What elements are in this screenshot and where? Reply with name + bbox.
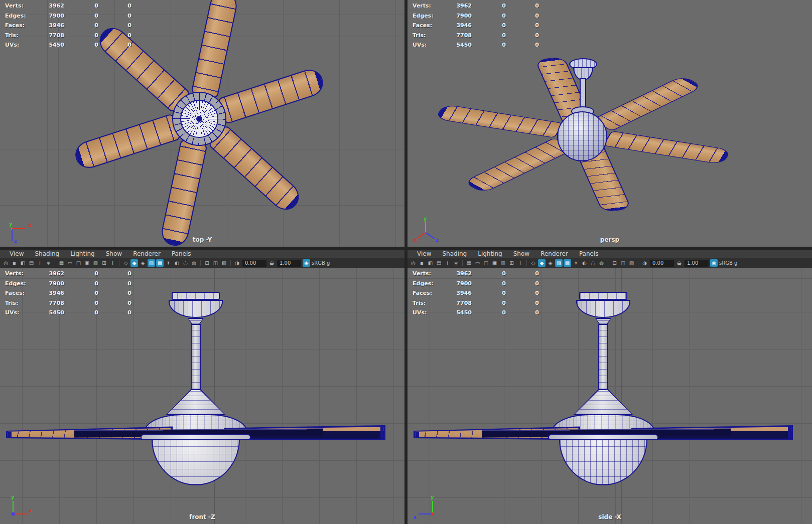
resolution-gate-icon[interactable]: □ bbox=[75, 259, 82, 267]
isolate-select-icon[interactable]: ⊡ bbox=[203, 259, 211, 267]
lights-icon[interactable]: ☀ bbox=[572, 259, 580, 267]
viewport-panel-front[interactable]: ViewShadingLightingShowRendererPanels ◎▪… bbox=[0, 250, 404, 524]
stats-label: Verts: bbox=[5, 270, 24, 277]
stats-value: 0 bbox=[486, 32, 506, 39]
grid-toggle-icon[interactable]: ▦ bbox=[58, 259, 65, 267]
gate-mask-icon[interactable]: ▣ bbox=[83, 259, 91, 267]
menu-show[interactable]: Show bbox=[508, 250, 535, 257]
gate-mask-icon[interactable]: ▣ bbox=[491, 259, 498, 267]
gamma-field[interactable]: 1.00 bbox=[277, 260, 301, 267]
menu-renderer[interactable]: Renderer bbox=[127, 250, 166, 257]
motion-blur-icon[interactable]: ◍ bbox=[190, 259, 198, 267]
wireframe-icon[interactable]: ◇ bbox=[122, 259, 129, 267]
viewport-top-canvas[interactable]: Verts:396200Edges:790000Faces:394600Tris… bbox=[0, 0, 404, 247]
wireframe-on-shaded-icon[interactable]: ◈ bbox=[139, 259, 147, 267]
stats-row: Faces:394600 bbox=[408, 289, 543, 299]
stats-label: Verts: bbox=[413, 270, 431, 277]
ambient-occlusion-icon[interactable]: ◌ bbox=[182, 259, 189, 267]
menu-view[interactable]: View bbox=[4, 250, 29, 257]
safe-action-icon[interactable]: ⊞ bbox=[100, 259, 108, 267]
motion-blur-icon[interactable]: ◍ bbox=[598, 259, 605, 267]
lights-icon[interactable]: ☀ bbox=[165, 259, 172, 267]
menu-view[interactable]: View bbox=[412, 250, 437, 257]
exposure-icon[interactable]: ◑ bbox=[233, 259, 241, 267]
stats-value: 3962 bbox=[29, 3, 64, 9]
axis-triad-persp: y x z bbox=[413, 216, 443, 244]
camera-bookmark-icon[interactable]: ◧ bbox=[19, 259, 27, 267]
smooth-shade-icon[interactable]: ◆ bbox=[538, 259, 546, 267]
stats-label: Faces: bbox=[5, 22, 25, 29]
viewport-panel-persp[interactable]: Verts:396200Edges:790000Faces:394600Tris… bbox=[408, 0, 812, 247]
lock-camera-icon[interactable]: ▪ bbox=[418, 259, 426, 267]
camera-bookmark-icon[interactable]: ◧ bbox=[427, 259, 434, 267]
lock-camera-icon[interactable]: ▪ bbox=[11, 259, 18, 267]
xray-icon[interactable]: ◫ bbox=[212, 259, 219, 267]
smooth-shade-icon[interactable]: ◆ bbox=[130, 259, 138, 267]
wireframe-icon[interactable]: ◇ bbox=[529, 259, 537, 267]
plane-toggle-icon[interactable]: ▧ bbox=[220, 259, 228, 267]
stats-value: 0 bbox=[519, 32, 539, 39]
shadows-icon[interactable]: ◐ bbox=[173, 259, 181, 267]
gamma-icon[interactable]: ◒ bbox=[675, 259, 683, 267]
resolution-gate-icon[interactable]: □ bbox=[482, 259, 490, 267]
plane-toggle-icon[interactable]: ▧ bbox=[628, 259, 635, 267]
image-plane-icon[interactable]: ▤ bbox=[435, 259, 443, 267]
menu-show[interactable]: Show bbox=[100, 250, 127, 257]
isolate-select-icon[interactable]: ⊡ bbox=[611, 259, 618, 267]
2d-pan-zoom-icon[interactable]: + bbox=[36, 259, 44, 267]
stats-row: Verts:396200 bbox=[408, 2, 543, 12]
viewport-label: side -X bbox=[408, 513, 812, 520]
field-chart-icon[interactable]: ▥ bbox=[92, 259, 99, 267]
wireframe-on-shaded-icon[interactable]: ◈ bbox=[547, 259, 554, 267]
2d-pan-zoom-icon[interactable]: + bbox=[444, 259, 451, 267]
stats-value: 3946 bbox=[29, 22, 64, 29]
shadows-icon[interactable]: ◐ bbox=[581, 259, 588, 267]
viewport-persp-canvas[interactable]: Verts:396200Edges:790000Faces:394600Tris… bbox=[408, 0, 812, 247]
xray-icon[interactable]: ◫ bbox=[619, 259, 627, 267]
stats-value: 0 bbox=[111, 290, 131, 296]
menu-shading[interactable]: Shading bbox=[437, 250, 472, 257]
use-default-material-icon[interactable]: ▩ bbox=[156, 259, 164, 267]
exposure-icon[interactable]: ◑ bbox=[641, 259, 648, 267]
svg-text:y: y bbox=[424, 216, 427, 222]
safe-action-icon[interactable]: ⊞ bbox=[508, 259, 515, 267]
menu-panels[interactable]: Panels bbox=[574, 250, 604, 257]
stats-row: Tris:770800 bbox=[0, 31, 136, 41]
safe-title-icon[interactable]: T bbox=[516, 259, 524, 267]
menu-lighting[interactable]: Lighting bbox=[65, 250, 100, 257]
viewport-front-canvas[interactable]: Verts:396200Edges:790000Faces:394600Tris… bbox=[0, 268, 404, 524]
ambient-occlusion-icon[interactable]: ◌ bbox=[589, 259, 597, 267]
select-camera-icon[interactable]: ◎ bbox=[2, 259, 10, 267]
colorspace-label: sRGB g bbox=[312, 260, 330, 266]
paint-select-icon[interactable]: ∗ bbox=[452, 259, 460, 267]
textured-icon[interactable]: ▨ bbox=[148, 259, 155, 267]
viewport-side-canvas[interactable]: Verts:396200Edges:790000Faces:394600Tris… bbox=[408, 268, 812, 524]
grid-toggle-icon[interactable]: ▦ bbox=[465, 259, 473, 267]
safe-title-icon[interactable]: T bbox=[109, 259, 116, 267]
film-gate-icon[interactable]: ▭ bbox=[474, 259, 481, 267]
exposure-field[interactable]: 0.00 bbox=[650, 260, 674, 267]
viewport-panel-top[interactable]: Verts:396200Edges:790000Faces:394600Tris… bbox=[0, 0, 404, 247]
textured-icon[interactable]: ▨ bbox=[555, 259, 563, 267]
field-chart-icon[interactable]: ▥ bbox=[499, 259, 507, 267]
select-camera-icon[interactable]: ◎ bbox=[410, 259, 417, 267]
use-default-material-icon[interactable]: ▩ bbox=[564, 259, 571, 267]
stats-label: Verts: bbox=[5, 3, 24, 9]
srgb-gamma-icon[interactable]: ◉ bbox=[710, 259, 718, 267]
gamma-field[interactable]: 1.00 bbox=[685, 260, 709, 267]
film-gate-icon[interactable]: ▭ bbox=[66, 259, 74, 267]
image-plane-icon[interactable]: ▤ bbox=[28, 259, 35, 267]
paint-select-icon[interactable]: ∗ bbox=[45, 259, 52, 267]
stats-label: Tris: bbox=[5, 32, 18, 39]
menu-shading[interactable]: Shading bbox=[29, 250, 65, 257]
viewport-panel-side[interactable]: ViewShadingLightingShowRendererPanels ◎▪… bbox=[408, 250, 812, 524]
svg-text:y: y bbox=[9, 221, 13, 227]
srgb-gamma-icon[interactable]: ◉ bbox=[303, 259, 310, 267]
menu-panels[interactable]: Panels bbox=[166, 250, 197, 257]
exposure-field[interactable]: 0.00 bbox=[242, 260, 266, 267]
menu-lighting[interactable]: Lighting bbox=[472, 250, 508, 257]
menu-renderer[interactable]: Renderer bbox=[535, 250, 574, 257]
stats-value: 7708 bbox=[437, 300, 472, 306]
gamma-icon[interactable]: ◒ bbox=[268, 259, 276, 267]
toolbar-separator bbox=[55, 260, 55, 266]
